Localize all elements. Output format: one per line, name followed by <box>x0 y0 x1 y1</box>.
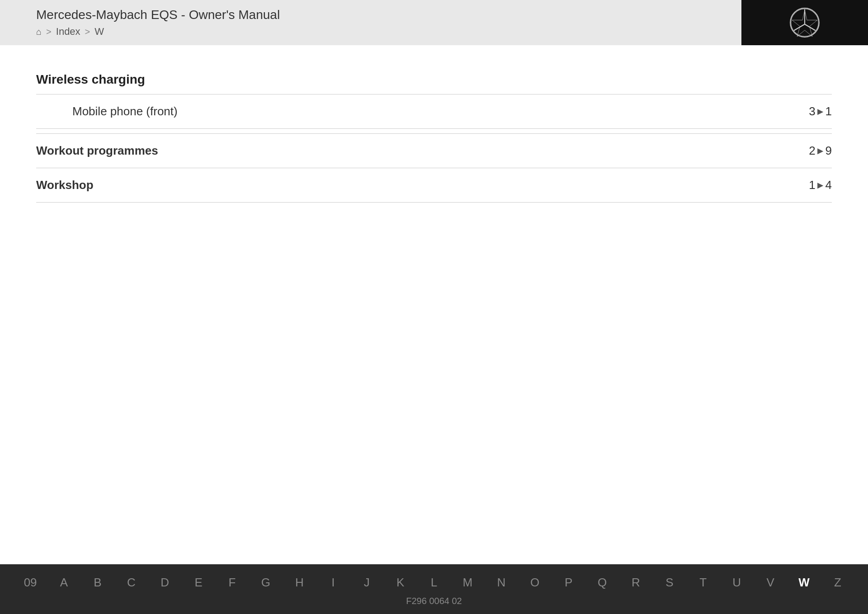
home-icon[interactable]: ⌂ <box>36 27 42 37</box>
page-arrow-3: ► <box>816 179 826 191</box>
workout-programmes-entry[interactable]: Workout programmes 2►9 <box>36 133 832 168</box>
alpha-R[interactable]: R <box>619 572 652 593</box>
alpha-G[interactable]: G <box>249 572 283 593</box>
footer-code: F296 0064 02 <box>406 596 462 606</box>
alpha-B[interactable]: B <box>81 572 114 593</box>
alpha-navigation: 09 A B C D E F G H I J K L M N O P Q R S… <box>0 572 868 593</box>
alpha-D[interactable]: D <box>148 572 182 593</box>
alpha-A[interactable]: A <box>47 572 80 593</box>
alpha-M[interactable]: M <box>451 572 484 593</box>
alpha-V[interactable]: V <box>754 572 787 593</box>
mercedes-star-icon <box>789 7 821 38</box>
breadcrumb-sep-2: > <box>85 27 90 37</box>
alpha-09[interactable]: 09 <box>14 572 47 593</box>
alpha-Q[interactable]: Q <box>585 572 619 593</box>
breadcrumb: ⌂ > Index > W <box>36 26 280 38</box>
alpha-E[interactable]: E <box>182 572 215 593</box>
workout-programmes-label: Workout programmes <box>36 144 158 158</box>
alpha-F[interactable]: F <box>215 572 249 593</box>
workout-programmes-page: 2►9 <box>809 144 832 158</box>
breadcrumb-index[interactable]: Index <box>56 26 80 38</box>
alpha-U[interactable]: U <box>720 572 753 593</box>
alpha-H[interactable]: H <box>283 572 316 593</box>
workshop-entry[interactable]: Workshop 1►4 <box>36 168 832 203</box>
bottom-nav-bar: 09 A B C D E F G H I J K L M N O P Q R S… <box>0 564 868 614</box>
page-header: Mercedes-Maybach EQS - Owner's Manual ⌂ … <box>0 0 868 45</box>
alpha-J[interactable]: J <box>350 572 383 593</box>
main-content: Wireless charging Mobile phone (front) 3… <box>0 45 868 564</box>
workshop-section: Workshop 1►4 <box>36 168 832 203</box>
page-arrow: ► <box>816 106 826 118</box>
alpha-S[interactable]: S <box>653 572 686 593</box>
alpha-Z[interactable]: Z <box>821 572 854 593</box>
alpha-O[interactable]: O <box>518 572 552 593</box>
alpha-K[interactable]: K <box>383 572 417 593</box>
mercedes-logo <box>741 0 868 45</box>
alpha-T[interactable]: T <box>686 572 720 593</box>
workshop-label: Workshop <box>36 178 94 192</box>
workshop-page: 1►4 <box>809 178 832 192</box>
alpha-P[interactable]: P <box>552 572 585 593</box>
alpha-I[interactable]: I <box>316 572 350 593</box>
header-left: Mercedes-Maybach EQS - Owner's Manual ⌂ … <box>0 8 316 38</box>
page-arrow-2: ► <box>816 145 826 157</box>
wireless-charging-title: Wireless charging <box>36 72 832 87</box>
mobile-phone-front-page: 3►1 <box>809 104 832 118</box>
alpha-N[interactable]: N <box>485 572 518 593</box>
wireless-charging-section: Wireless charging Mobile phone (front) 3… <box>36 72 832 129</box>
breadcrumb-sep-1: > <box>46 27 52 37</box>
alpha-C[interactable]: C <box>114 572 148 593</box>
workout-programmes-section: Workout programmes 2►9 <box>36 133 832 168</box>
alpha-W[interactable]: W <box>787 572 821 593</box>
breadcrumb-current: W <box>94 26 104 38</box>
mobile-phone-front-entry[interactable]: Mobile phone (front) 3►1 <box>36 94 832 129</box>
mobile-phone-front-label: Mobile phone (front) <box>72 104 178 118</box>
page-title: Mercedes-Maybach EQS - Owner's Manual <box>36 8 280 22</box>
alpha-L[interactable]: L <box>417 572 451 593</box>
